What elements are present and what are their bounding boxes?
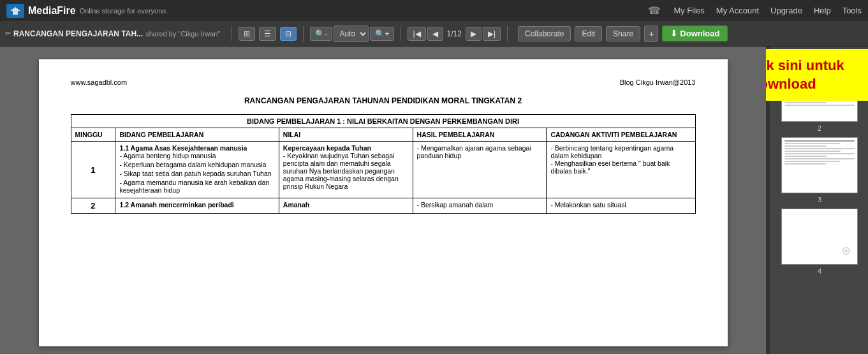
sep-4 (507, 26, 508, 41)
table-col-header-row: MINGGU BIDANG PEMBELAJARAN NILAI HASIL P… (71, 128, 695, 142)
edit-pencil-icon: ✏ (5, 29, 11, 38)
navbar-links: My Files My Account Upgrade Help Tools (673, 6, 862, 15)
thumb-line (784, 163, 827, 165)
list-item: Sikap taat setia dan patuh kepada suruha… (119, 170, 274, 177)
thumbnail-item-3[interactable]: 3 (775, 137, 864, 203)
page-first-btn[interactable]: |◀ (408, 27, 425, 41)
list-item: Agama benteng hidup manusia (119, 152, 274, 159)
col-hasil: HASIL PEMBELAJARAN (413, 128, 547, 142)
thumb-label-3: 3 (818, 196, 821, 203)
thumb-line (784, 161, 841, 162)
brand: MediaFire Online storage for everyone. (6, 4, 168, 18)
view-list-btn[interactable]: ☰ (259, 27, 276, 41)
callout-box: klik sini untuk download ▲ (766, 49, 868, 101)
col-bidang: BIDANG PEMBELAJARAN (115, 128, 279, 142)
nav-myfiles[interactable]: My Files (673, 6, 704, 15)
thumb-line (784, 102, 827, 103)
col-aktiviti: CADANGAN AKTIVITI PEMBELAJARAN (547, 128, 695, 142)
view-page-btn[interactable]: ⊟ (280, 27, 297, 41)
cell-nilai-2: Amanah (279, 198, 413, 214)
nav-help[interactable]: Help (814, 6, 831, 15)
thumb-preview-4: ⊕ (781, 209, 858, 265)
nav-myaccount[interactable]: My Account (716, 6, 759, 15)
red-arrow-icon: ▲ (772, 47, 799, 48)
thumb-label-2: 2 (818, 124, 821, 132)
table-section-header-row: BIDANG PEMBELAJARAN 1 : NILAI BERKAITAN … (71, 115, 695, 128)
bidang-title-2: 1.2 Amanah mencerminkan peribadi (119, 201, 233, 209)
thumb-line (784, 143, 841, 144)
thumb-line (784, 156, 827, 157)
phone-icon: ☎ (648, 4, 661, 17)
collaborate-btn[interactable]: Collaborate (518, 26, 571, 41)
mediafire-logo-icon (6, 4, 24, 18)
page-info: 1/12 (445, 29, 464, 38)
sep-3 (401, 26, 401, 41)
cell-nilai-1: Kepercayaan kepada Tuhan - Keyakinan wuj… (279, 142, 413, 198)
sep-2 (303, 26, 304, 41)
cell-aktiviti-2: - Melakonkan satu situasi (547, 198, 695, 214)
page-last-btn[interactable]: ▶| (483, 27, 501, 41)
cell-minggu-1: 1 (71, 142, 115, 198)
nav-tools[interactable]: Tools (842, 6, 862, 15)
download-icon: ⬇ (670, 29, 677, 38)
file-title: RANCANGAN PENGAJARAN TAH... (13, 29, 143, 38)
thumb-line (784, 153, 855, 154)
cell-aktiviti-1: - Berbincang tentang kepentingan agama d… (547, 142, 695, 198)
doc-header-right: Blog Cikgu Irwan@2013 (620, 78, 696, 86)
doc-table: BIDANG PEMBELAJARAN 1 : NILAI BERKAITAN … (71, 114, 696, 214)
thumbnail-item-4[interactable]: ⊕ 4 (775, 209, 864, 275)
page-next-btn[interactable]: ▶ (466, 27, 482, 41)
zoom-out-btn[interactable]: 🔍- (310, 27, 332, 41)
doc-viewer[interactable]: www.sagadbl.com Blog Cikgu Irwan@2013 RA… (0, 47, 766, 354)
sep-1 (232, 26, 232, 41)
zoom-controls: 🔍- Auto 🔍+ (310, 26, 394, 42)
nilai-title-1: Kepercayaan kepada Tuhan (283, 144, 371, 152)
thumb-label-4: 4 (818, 267, 821, 275)
bidang-list-1: Agama benteng hidup manusia Keperluan be… (119, 152, 274, 194)
brand-name: MediaFire (28, 5, 76, 17)
cell-hasil-2: - Bersikap amanah dalam (413, 198, 547, 214)
cell-hasil-1: - Mengamalkan ajaran agama sebagai pandu… (413, 142, 547, 198)
navbar: MediaFire Online storage for everyone. ☎… (0, 0, 868, 21)
callout-text: klik sini untuk download (766, 57, 844, 92)
toolbar: ✏ RANCANGAN PENGAJARAN TAH... shared by … (0, 21, 868, 47)
bidang-title-1: 1.1 Agama Asas Kesejahteraan manusia (119, 144, 247, 152)
cell-minggu-2: 2 (71, 198, 115, 214)
thumb-line (784, 158, 855, 159)
col-minggu: MINGGU (71, 128, 115, 142)
thumb-line (784, 151, 841, 152)
doc-header: www.sagadbl.com Blog Cikgu Irwan@2013 (71, 78, 696, 86)
zoom-select[interactable]: Auto (334, 26, 369, 42)
nav-upgrade[interactable]: Upgrade (770, 6, 802, 15)
thumb-line (784, 140, 855, 142)
table-row: 2 1.2 Amanah mencerminkan peribadi Amana… (71, 198, 695, 214)
doc-title: RANCANGAN PENGAJARAN TAHUNAN PENDIDIKAN … (71, 96, 696, 105)
sidebar[interactable]: Pages (766, 47, 868, 354)
list-item: Keperluan beragama dalam kehidupan manus… (119, 161, 274, 168)
action-buttons: Collaborate Edit Share + ⬇ Download (518, 26, 728, 42)
thumb-line (784, 148, 855, 149)
page-prev-btn[interactable]: ◀ (427, 27, 443, 41)
col-nilai: NILAI (279, 128, 413, 142)
thumb-lines-3 (782, 138, 857, 193)
share-btn[interactable]: Share (606, 26, 640, 41)
thumb-line (784, 145, 827, 147)
brand-tagline: Online storage for everyone. (80, 7, 168, 15)
thumb-preview-3 (781, 137, 858, 193)
list-item: Agama memandu manusia ke arah kebaikan d… (119, 179, 274, 194)
add-btn[interactable]: + (644, 26, 658, 42)
download-btn[interactable]: ⬇ Download (662, 26, 728, 41)
download-label: Download (680, 29, 719, 38)
doc-header-left: www.sagadbl.com (71, 78, 128, 86)
file-title-area: ✏ RANCANGAN PENGAJARAN TAH... shared by … (5, 29, 220, 38)
table-row: 1 1.1 Agama Asas Kesejahteraan manusia A… (71, 142, 695, 198)
main-area: www.sagadbl.com Blog Cikgu Irwan@2013 RA… (0, 47, 868, 354)
shared-by-text: shared by "Cikgu Irwan" (145, 30, 220, 38)
page-nav: |◀ ◀ 1/12 ▶ ▶| (408, 27, 501, 41)
view-thumbnail-btn[interactable]: ⊞ (239, 27, 255, 41)
zoom-in-btn[interactable]: 🔍+ (370, 27, 394, 41)
thumb-line (784, 105, 855, 106)
cell-bidang-1: 1.1 Agama Asas Kesejahteraan manusia Aga… (115, 142, 279, 198)
edit-btn[interactable]: Edit (575, 26, 602, 41)
section-header: BIDANG PEMBELAJARAN 1 : NILAI BERKAITAN … (71, 115, 695, 128)
